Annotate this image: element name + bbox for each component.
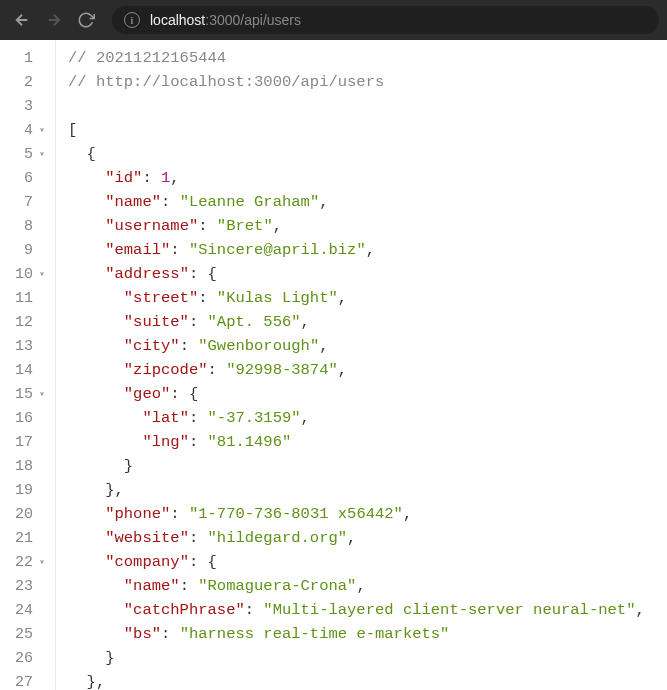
gutter-line: 26	[0, 646, 55, 670]
line-number: 17	[7, 434, 33, 451]
line-number: 14	[7, 362, 33, 379]
line-number: 16	[7, 410, 33, 427]
line-number: 3	[7, 98, 33, 115]
gutter-line: 19	[0, 478, 55, 502]
line-number: 23	[7, 578, 33, 595]
line-number: 20	[7, 506, 33, 523]
line-number: 24	[7, 602, 33, 619]
gutter-line: 10▾	[0, 262, 55, 286]
forward-button[interactable]	[40, 6, 68, 34]
line-number: 11	[7, 290, 33, 307]
comment-url: // http://localhost:3000/api/users	[68, 73, 384, 91]
line-number: 8	[7, 218, 33, 235]
line-number: 27	[7, 674, 33, 691]
comment-timestamp: // 20211212165444	[68, 49, 226, 67]
gutter-line: 3	[0, 94, 55, 118]
gutter-line: 15▾	[0, 382, 55, 406]
fold-toggle-icon[interactable]: ▾	[39, 124, 49, 136]
browser-toolbar: i localhost:3000/api/users	[0, 0, 667, 40]
line-number: 4	[7, 122, 33, 139]
gutter-line: 2	[0, 70, 55, 94]
gutter-line: 18	[0, 454, 55, 478]
reload-button[interactable]	[72, 6, 100, 34]
gutter-line: 21	[0, 526, 55, 550]
gutter-line: 12	[0, 310, 55, 334]
gutter-line: 6	[0, 166, 55, 190]
line-number: 26	[7, 650, 33, 667]
gutter-line: 20	[0, 502, 55, 526]
site-info-icon[interactable]: i	[124, 12, 140, 28]
gutter-line: 11	[0, 286, 55, 310]
line-number: 10	[7, 266, 33, 283]
gutter-line: 23	[0, 574, 55, 598]
line-number: 25	[7, 626, 33, 643]
gutter-line: 16	[0, 406, 55, 430]
gutter-line: 9	[0, 238, 55, 262]
line-number: 2	[7, 74, 33, 91]
line-number: 18	[7, 458, 33, 475]
code-content: // 20211212165444 // http://localhost:30…	[56, 40, 667, 690]
line-number: 5	[7, 146, 33, 163]
line-number: 15	[7, 386, 33, 403]
line-number: 6	[7, 170, 33, 187]
gutter-line: 14	[0, 358, 55, 382]
fold-toggle-icon[interactable]: ▾	[39, 388, 49, 400]
gutter-line: 24	[0, 598, 55, 622]
gutter-line: 17	[0, 430, 55, 454]
back-button[interactable]	[8, 6, 36, 34]
fold-toggle-icon[interactable]: ▾	[39, 148, 49, 160]
gutter-line: 8	[0, 214, 55, 238]
fold-toggle-icon[interactable]: ▾	[39, 268, 49, 280]
line-number: 7	[7, 194, 33, 211]
line-number: 22	[7, 554, 33, 571]
gutter-line: 1	[0, 46, 55, 70]
gutter-line: 25	[0, 622, 55, 646]
line-number: 13	[7, 338, 33, 355]
gutter-line: 27	[0, 670, 55, 690]
line-number: 21	[7, 530, 33, 547]
line-number: 1	[7, 50, 33, 67]
address-bar[interactable]: i localhost:3000/api/users	[112, 6, 659, 34]
gutter-line: 7	[0, 190, 55, 214]
line-number: 9	[7, 242, 33, 259]
url-text: localhost:3000/api/users	[150, 12, 301, 28]
line-number: 12	[7, 314, 33, 331]
gutter-line: 4▾	[0, 118, 55, 142]
line-number: 19	[7, 482, 33, 499]
gutter-line: 22▾	[0, 550, 55, 574]
fold-toggle-icon[interactable]: ▾	[39, 556, 49, 568]
gutter-line: 13	[0, 334, 55, 358]
gutter-line: 5▾	[0, 142, 55, 166]
code-viewer: 1234▾5▾678910▾1112131415▾16171819202122▾…	[0, 40, 667, 690]
line-gutter: 1234▾5▾678910▾1112131415▾16171819202122▾…	[0, 40, 56, 690]
